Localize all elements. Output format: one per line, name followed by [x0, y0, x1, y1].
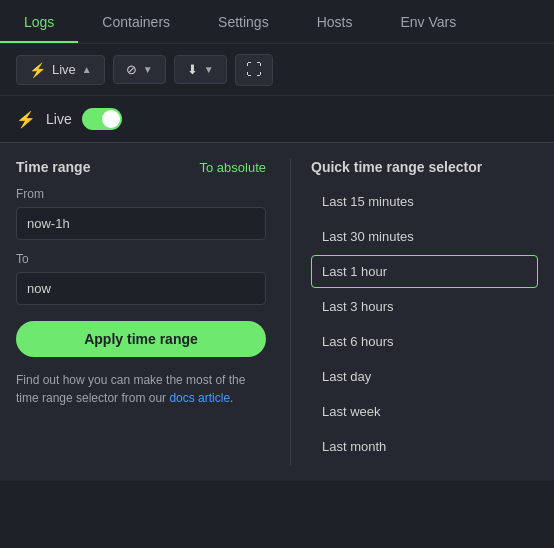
live-button[interactable]: ⚡ Live ▲: [16, 55, 105, 85]
time-range-column: Time range To absolute From To Apply tim…: [16, 159, 266, 465]
from-input[interactable]: [16, 207, 266, 240]
tab-logs[interactable]: Logs: [0, 0, 78, 43]
download-icon: ⬇: [187, 62, 198, 77]
quick-items-list: Last 15 minutesLast 30 minutesLast 1 hou…: [311, 185, 538, 463]
quick-item-3hours[interactable]: Last 3 hours: [311, 290, 538, 323]
section-header: Time range To absolute: [16, 159, 266, 175]
live-section-label: Live: [46, 111, 72, 127]
filter-icon: ⊘: [126, 62, 137, 77]
fullscreen-button[interactable]: ⛶: [235, 54, 273, 86]
docs-link[interactable]: docs article: [169, 391, 230, 405]
from-label: From: [16, 187, 266, 201]
fullscreen-icon: ⛶: [246, 61, 262, 79]
download-button[interactable]: ⬇ ▼: [174, 55, 227, 84]
tab-bar: Logs Containers Settings Hosts Env Vars: [0, 0, 554, 44]
live-row: ⚡ Live: [0, 96, 554, 143]
to-label: To: [16, 252, 266, 266]
time-range-title: Time range: [16, 159, 90, 175]
chevron-up-icon: ▲: [82, 64, 92, 75]
quick-item-15min[interactable]: Last 15 minutes: [311, 185, 538, 218]
to-absolute-link[interactable]: To absolute: [200, 160, 267, 175]
to-input[interactable]: [16, 272, 266, 305]
toolbar: ⚡ Live ▲ ⊘ ▼ ⬇ ▼ ⛶: [0, 44, 554, 96]
quick-item-1week[interactable]: Last week: [311, 395, 538, 428]
tab-containers[interactable]: Containers: [78, 0, 194, 43]
quick-item-1day[interactable]: Last day: [311, 360, 538, 393]
quick-item-1hour[interactable]: Last 1 hour: [311, 255, 538, 288]
quick-item-6hours[interactable]: Last 6 hours: [311, 325, 538, 358]
quick-selector-title: Quick time range selector: [311, 159, 538, 175]
chevron-down-icon: ▼: [143, 64, 153, 75]
chevron-down-icon-2: ▼: [204, 64, 214, 75]
live-toggle[interactable]: [82, 108, 122, 130]
help-text: Find out how you can make the most of th…: [16, 371, 266, 407]
panel-content: Time range To absolute From To Apply tim…: [0, 143, 554, 481]
lightning-icon: ⚡: [29, 62, 46, 78]
tab-settings[interactable]: Settings: [194, 0, 293, 43]
apply-time-range-button[interactable]: Apply time range: [16, 321, 266, 357]
filter-button[interactable]: ⊘ ▼: [113, 55, 166, 84]
live-label: Live: [52, 62, 76, 77]
quick-item-1month[interactable]: Last month: [311, 430, 538, 463]
tab-env-vars[interactable]: Env Vars: [376, 0, 480, 43]
quick-selector-column: Quick time range selector Last 15 minute…: [290, 159, 538, 465]
quick-item-30min[interactable]: Last 30 minutes: [311, 220, 538, 253]
live-lightning-icon: ⚡: [16, 110, 36, 129]
tab-hosts[interactable]: Hosts: [293, 0, 377, 43]
